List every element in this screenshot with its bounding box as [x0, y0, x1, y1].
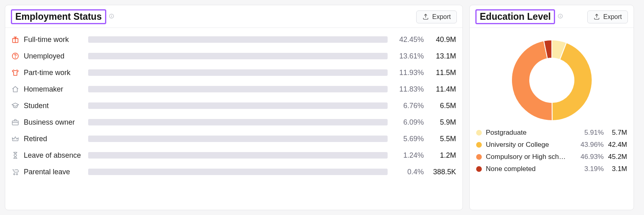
legend-label: University or College — [486, 141, 576, 149]
legend-dot — [476, 142, 482, 148]
hourglass-icon — [11, 151, 20, 160]
education-header: Education Level Export — [470, 5, 634, 28]
info-icon[interactable] — [557, 13, 563, 21]
export-button[interactable]: Export — [587, 10, 628, 23]
row-label: Student — [24, 102, 84, 110]
education-card: Education Level Export Postgraduate5.91%… — [469, 5, 634, 210]
row-percent: 42.45% — [392, 35, 424, 44]
gradcap-icon — [11, 101, 20, 110]
legend-dot — [476, 130, 482, 136]
briefcase-icon — [11, 118, 20, 127]
legend-row: None completed3.19%3.1M — [476, 165, 627, 173]
employment-row: Part-time work11.93%11.5M — [11, 68, 456, 77]
row-label: Business owner — [24, 118, 84, 127]
row-bar — [88, 119, 388, 125]
row-label: Leave of absence — [24, 151, 84, 160]
svg-point-5 — [15, 58, 16, 58]
question-icon — [11, 52, 20, 61]
row-bar — [88, 53, 388, 59]
info-icon[interactable] — [109, 13, 114, 21]
education-legend: Postgraduate5.91%5.7MUniversity or Colle… — [470, 129, 634, 180]
legend-row: Postgraduate5.91%5.7M — [476, 129, 627, 137]
row-percent: 1.24% — [392, 151, 424, 160]
row-percent: 0.4% — [392, 168, 424, 176]
employment-row: Full-time work42.45%40.9M — [11, 35, 456, 44]
employment-row: Homemaker11.83%11.4M — [11, 85, 456, 94]
legend-label: Postgraduate — [486, 129, 576, 137]
row-value: 1.2M — [428, 151, 456, 160]
row-label: Unemployed — [24, 52, 84, 61]
row-bar — [88, 36, 388, 43]
stroller-icon — [11, 167, 20, 176]
row-bar — [88, 102, 388, 109]
employment-header: Employment Status Export — [5, 5, 462, 28]
row-value: 40.9M — [428, 35, 456, 44]
employment-row: Student6.76%6.5M — [11, 101, 456, 110]
row-value: 5.5M — [428, 135, 456, 143]
legend-row: Compulsory or High sch…46.93%45.2M — [476, 153, 627, 161]
row-value: 11.4M — [428, 85, 456, 94]
svg-point-8 — [17, 173, 18, 175]
row-bar — [88, 152, 388, 159]
legend-dot — [476, 166, 482, 172]
row-label: Retired — [24, 135, 84, 143]
row-bar — [88, 136, 388, 142]
export-icon — [422, 13, 429, 20]
employment-row: Unemployed13.61%13.1M — [11, 52, 456, 61]
row-label: Homemaker — [24, 85, 84, 94]
row-value: 5.9M — [428, 118, 456, 127]
row-label: Part-time work — [24, 69, 84, 77]
row-percent: 6.76% — [392, 102, 424, 110]
export-icon — [593, 13, 600, 20]
legend-label: Compulsory or High sch… — [486, 153, 576, 161]
employment-row: Business owner6.09%5.9M — [11, 118, 456, 127]
row-percent: 13.61% — [392, 52, 424, 61]
svg-rect-6 — [12, 121, 19, 125]
legend-percent: 46.93% — [576, 153, 604, 161]
row-percent: 11.83% — [392, 85, 424, 94]
row-label: Parental leave — [24, 168, 84, 176]
row-label: Full-time work — [24, 35, 84, 44]
legend-dot — [476, 154, 482, 160]
legend-value: 42.4M — [604, 141, 627, 149]
legend-value: 5.7M — [604, 129, 627, 137]
svg-rect-1 — [111, 15, 111, 17]
legend-percent: 3.19% — [576, 165, 604, 173]
employment-row: Retired5.69%5.5M — [11, 134, 456, 143]
tshirt-icon — [11, 68, 20, 77]
row-value: 6.5M — [428, 102, 456, 110]
row-value: 13.1M — [428, 52, 456, 61]
svg-rect-10 — [560, 15, 561, 17]
legend-value: 3.1M — [604, 165, 627, 173]
legend-percent: 5.91% — [576, 129, 604, 137]
row-value: 388.5K — [428, 168, 456, 176]
export-button[interactable]: Export — [416, 10, 457, 23]
legend-percent: 43.96% — [576, 141, 604, 149]
legend-label: None completed — [486, 165, 576, 173]
employment-title: Employment Status — [11, 9, 106, 24]
svg-point-7 — [14, 173, 15, 175]
row-value: 11.5M — [428, 69, 456, 77]
row-bar — [88, 86, 388, 92]
employment-card: Employment Status Export Full-time work4… — [5, 5, 463, 210]
employment-row: Leave of absence1.24%1.2M — [11, 151, 456, 160]
row-bar — [88, 69, 388, 76]
row-percent: 11.93% — [392, 69, 424, 77]
svg-rect-11 — [560, 15, 561, 15]
legend-value: 45.2M — [604, 153, 627, 161]
row-percent: 6.09% — [392, 118, 424, 127]
svg-rect-2 — [111, 15, 111, 15]
education-title: Education Level — [475, 9, 555, 24]
row-percent: 5.69% — [392, 135, 424, 143]
employment-row: Parental leave0.4%388.5K — [11, 167, 456, 176]
crown-icon — [11, 134, 20, 143]
education-donut — [470, 28, 634, 129]
export-label: Export — [603, 13, 622, 21]
legend-row: University or College43.96%42.4M — [476, 141, 627, 149]
gift-icon — [11, 35, 20, 44]
export-label: Export — [432, 13, 451, 21]
row-bar — [88, 169, 388, 175]
employment-rows: Full-time work42.45%40.9MUnemployed13.61… — [5, 28, 462, 184]
home-icon — [11, 85, 20, 94]
